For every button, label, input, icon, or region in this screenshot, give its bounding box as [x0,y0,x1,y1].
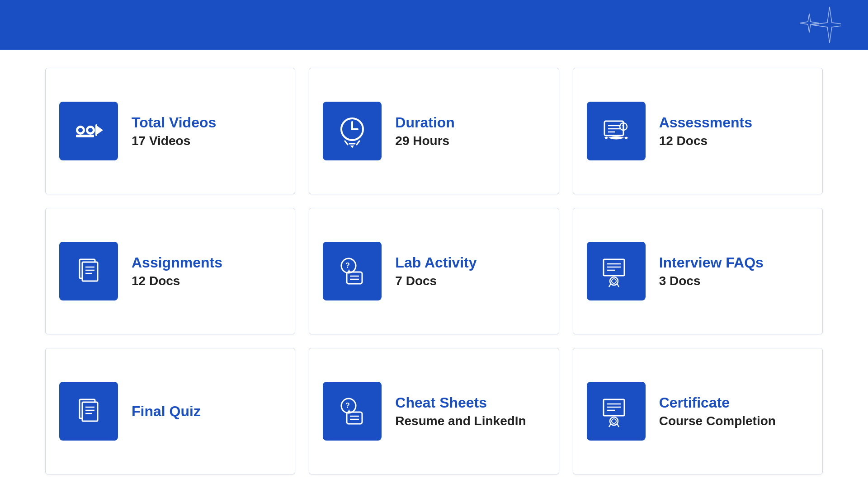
feature-card-certificate: Certificate Course Completion [573,348,823,474]
interview-faqs-icon-box [587,242,646,300]
cheat-sheets-subtitle: Resume and LinkedIn [395,414,526,428]
svg-point-54 [610,417,618,425]
svg-text:?: ? [622,125,624,130]
svg-text:?: ? [345,402,350,409]
assignments-text: Assignments 12 Docs [132,254,222,288]
svg-point-3 [88,128,93,132]
svg-point-1 [78,128,83,132]
svg-rect-24 [347,272,362,284]
svg-marker-27 [348,269,350,272]
header [0,0,868,50]
total-videos-title: Total Videos [132,114,216,131]
assignments-icon-box [59,242,118,300]
feature-card-total-videos: Total Videos 17 Videos [45,68,295,194]
feature-card-lab-activity: ? Lab Activity 7 Docs [309,208,559,334]
lab-activity-text: Lab Activity 7 Docs [395,254,476,288]
assessments-title: Assessments [659,114,752,131]
interview-faqs-text: Interview FAQs 3 Docs [659,254,764,288]
certificate-icon-box [587,382,646,441]
svg-rect-46 [347,412,362,424]
certificate-title: Certificate [659,394,776,411]
svg-line-57 [617,424,619,427]
assignments-title: Assignments [132,254,222,271]
duration-text: Duration 29 Hours [395,114,455,148]
svg-rect-18 [82,262,98,281]
interview-faqs-subtitle: 3 Docs [659,274,764,288]
cheat-sheets-title: Cheat Sheets [395,394,526,411]
main-content: Total Videos 17 Videos Duration 29 Hours… [0,50,868,488]
svg-rect-6 [95,124,97,136]
duration-subtitle: 29 Hours [395,134,455,148]
cheat-sheets-text: Cheat Sheets Resume and LinkedIn [395,394,526,428]
svg-marker-49 [348,409,350,412]
duration-title: Duration [395,114,455,131]
svg-text:?: ? [345,262,350,269]
assignments-subtitle: 12 Docs [132,274,222,288]
svg-rect-4 [76,135,94,137]
svg-line-34 [609,284,611,287]
certificate-text: Certificate Course Completion [659,394,776,428]
cheat-sheets-icon-box: ? [323,382,382,441]
lab-activity-title: Lab Activity [395,254,476,271]
total-videos-icon-box [59,102,118,160]
total-videos-text: Total Videos 17 Videos [132,114,216,148]
final-quiz-icon-box [59,382,118,441]
lab-activity-icon-box: ? [323,242,382,300]
feature-card-interview-faqs: Interview FAQs 3 Docs [573,208,823,334]
feature-card-assignments: Assignments 12 Docs [45,208,295,334]
feature-card-final-quiz: Final Quiz [45,348,295,474]
feature-card-duration: Duration 29 Hours [309,68,559,194]
certificate-subtitle: Course Completion [659,414,776,428]
duration-icon-box [323,102,382,160]
feature-card-cheat-sheets: ? Cheat Sheets Resume and LinkedIn [309,348,559,474]
svg-point-55 [612,419,616,423]
final-quiz-title: Final Quiz [132,403,201,420]
assessments-icon-box: ? [587,102,646,160]
svg-rect-40 [82,402,98,421]
interview-faqs-title: Interview FAQs [659,254,764,271]
final-quiz-text: Final Quiz [132,403,201,420]
total-videos-subtitle: 17 Videos [132,134,216,148]
lab-activity-subtitle: 7 Docs [395,274,476,288]
svg-line-35 [617,284,619,287]
svg-line-56 [609,424,611,427]
svg-point-33 [612,279,616,283]
svg-point-32 [610,277,618,285]
sparkle-decoration [796,5,841,45]
feature-card-assessments: ? Assessments 12 Docs [573,68,823,194]
svg-marker-5 [97,126,103,135]
assessments-subtitle: 12 Docs [659,134,752,148]
assessments-text: Assessments 12 Docs [659,114,752,148]
